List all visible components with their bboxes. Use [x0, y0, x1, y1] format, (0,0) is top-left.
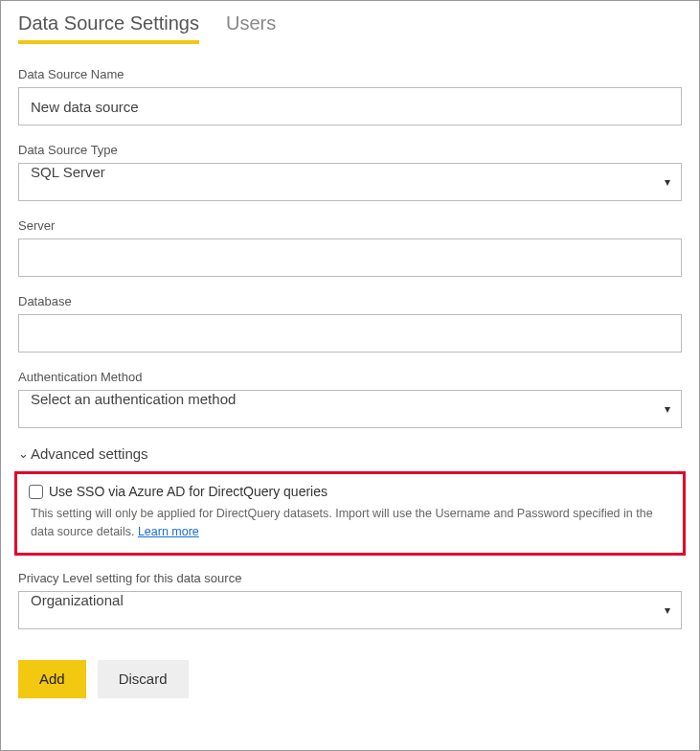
field-data-source-type: Data Source Type SQL Server ▾ [18, 143, 682, 201]
advanced-settings-label: Advanced settings [31, 445, 148, 462]
field-privacy-level: Privacy Level setting for this data sour… [18, 571, 682, 629]
server-input[interactable] [18, 239, 682, 277]
action-buttons: Add Discard [18, 660, 682, 698]
database-input[interactable] [18, 314, 682, 353]
sso-help-text: This setting will only be applied for Di… [29, 505, 671, 541]
advanced-settings-toggle[interactable]: ⌄ Advanced settings [18, 445, 682, 462]
tab-data-source-settings[interactable]: Data Source Settings [18, 12, 199, 44]
server-label: Server [18, 218, 682, 233]
field-auth-method: Authentication Method Select an authenti… [18, 370, 682, 428]
privacy-level-select[interactable]: Organizational [18, 591, 682, 629]
data-source-type-select[interactable]: SQL Server [18, 163, 682, 201]
privacy-level-label: Privacy Level setting for this data sour… [18, 571, 682, 585]
learn-more-link[interactable]: Learn more [138, 525, 199, 538]
data-source-name-input[interactable] [18, 87, 682, 125]
field-data-source-name: Data Source Name [18, 67, 682, 125]
data-source-name-label: Data Source Name [18, 67, 682, 81]
database-label: Database [18, 294, 682, 308]
tab-users[interactable]: Users [226, 12, 276, 44]
auth-method-label: Authentication Method [18, 370, 682, 384]
chevron-down-icon: ⌄ [18, 446, 29, 461]
sso-checkbox-row: Use SSO via Azure AD for DirectQuery que… [29, 484, 671, 499]
tab-bar: Data Source Settings Users [18, 12, 682, 44]
data-source-settings-panel: Data Source Settings Users Data Source N… [0, 0, 700, 751]
field-server: Server [18, 218, 682, 277]
add-button[interactable]: Add [18, 660, 86, 698]
discard-button[interactable]: Discard [98, 660, 189, 698]
sso-highlight-region: Use SSO via Azure AD for DirectQuery que… [14, 471, 686, 556]
sso-checkbox[interactable] [29, 485, 43, 499]
data-source-type-label: Data Source Type [18, 143, 682, 157]
field-database: Database [18, 294, 682, 353]
auth-method-select[interactable]: Select an authentication method [18, 390, 682, 428]
sso-checkbox-label: Use SSO via Azure AD for DirectQuery que… [49, 484, 327, 499]
